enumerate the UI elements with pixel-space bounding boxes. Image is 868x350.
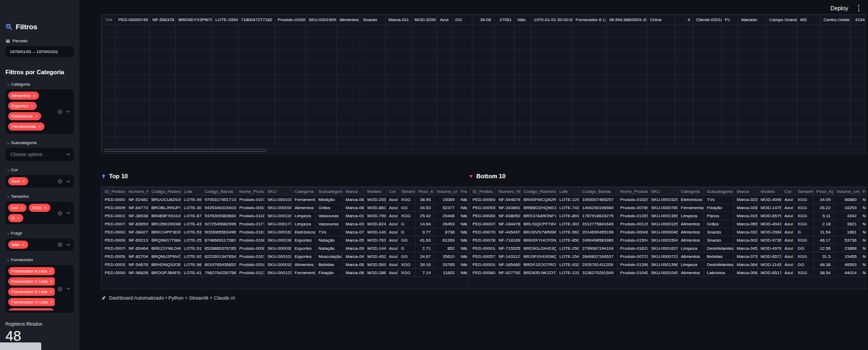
filters-container: → CategoriaAlimentos✕Esportes✕Eletrônico… xyxy=(5,82,74,313)
tag-fornecedor-i-ltda[interactable]: Fornecedor I Ltda✕ xyxy=(8,308,54,310)
tag-fornecedor-a-ltda[interactable]: Fornecedor A Ltda✕ xyxy=(8,267,55,275)
chevron-down-icon[interactable] xyxy=(66,286,71,291)
cell: 24.67 xyxy=(416,252,434,261)
tag-remove-icon[interactable]: ✕ xyxy=(20,205,23,210)
multiselect-fragil[interactable]: Não✕ xyxy=(5,238,74,251)
empty-cell xyxy=(238,62,275,75)
empty-cell xyxy=(473,125,494,137)
empty-cell xyxy=(767,125,797,137)
empty-cell xyxy=(150,37,176,50)
clear-all-icon[interactable] xyxy=(57,286,63,292)
tag-azul[interactable]: Azul✕ xyxy=(8,177,28,185)
tag-remove-icon[interactable]: ✕ xyxy=(49,269,52,274)
clear-all-icon[interactable] xyxy=(57,242,63,248)
tag-fornecedor-e-ltda[interactable]: Fornecedor E Ltda✕ xyxy=(8,288,55,296)
cell: PED-00070075 xyxy=(470,228,496,236)
column-header: Fragil xyxy=(860,187,867,196)
column-header: Peso_Kg xyxy=(814,187,834,196)
cell: Azul xyxy=(386,244,398,252)
tag-remove-icon[interactable]: ✕ xyxy=(38,124,41,129)
cell: Alimentos xyxy=(678,228,704,236)
rocket-icon xyxy=(101,295,106,301)
clear-all-icon[interactable] xyxy=(57,109,63,115)
tag-fornecedor-g-ltda[interactable]: Fornecedor G Ltda✕ xyxy=(8,298,55,306)
empty-cell xyxy=(176,62,213,75)
tag-remove-icon[interactable]: ✕ xyxy=(17,216,20,221)
tag-ferramentas[interactable]: Ferramentas✕ xyxy=(8,122,44,131)
tag-remove-icon[interactable]: ✕ xyxy=(22,242,25,247)
cell: Eletrônicos xyxy=(678,196,704,204)
chevron-down-icon[interactable] xyxy=(66,179,71,184)
top10-row: PED-00054615NF-827045BRQNU2PNVCKFLOTE-92… xyxy=(102,252,468,261)
empty-cell xyxy=(851,125,866,137)
tag-remove-icon[interactable]: ✕ xyxy=(48,310,51,310)
tag-xgg[interactable]: XGG✕ xyxy=(29,204,50,212)
bottom10-table[interactable]: ID_PedidoNumero_NFCodigo_RastreioLoteCod… xyxy=(469,186,866,289)
cell: 8019765435852 xyxy=(202,261,237,269)
cell: BRKEKYHCFDNP xyxy=(521,236,557,244)
cell: Azul xyxy=(782,212,795,220)
tag-remove-icon[interactable]: ✕ xyxy=(44,205,47,210)
tag-eletrônicos[interactable]: Eletrônicos✕ xyxy=(8,112,41,120)
cell: 23868 xyxy=(834,244,860,252)
cell: Musculação xyxy=(316,252,343,261)
filtered-dataframe[interactable]: 744PED-00000745NF-556378BRENDYV3PM7XLOTE… xyxy=(101,14,866,154)
cell: MOD-5697 xyxy=(365,261,386,269)
tag-remove-icon[interactable]: ✕ xyxy=(50,279,53,284)
empty-cell xyxy=(675,50,693,62)
empty-cell xyxy=(275,50,306,62)
tag-fornecedor-c-ltda[interactable]: Fornecedor C Ltda✕ xyxy=(8,277,55,286)
cell: Produto-01218 xyxy=(237,269,265,277)
empty-cell xyxy=(473,50,494,62)
cell: Azul xyxy=(386,220,398,228)
cell: PED-00060426 xyxy=(470,269,496,277)
clear-all-icon[interactable] xyxy=(57,210,63,216)
tag-remove-icon[interactable]: ✕ xyxy=(49,289,53,294)
clear-all-icon[interactable] xyxy=(57,178,63,184)
cell: NF-546761 xyxy=(126,261,149,269)
top10-table[interactable]: ID_PedidoNumero_NFCodigo_RastreioLoteCod… xyxy=(101,186,468,289)
dataframe-cell: Snacks xyxy=(360,15,386,25)
empty-cell xyxy=(412,62,437,75)
tag-label: Fornecedor C Ltda xyxy=(11,279,48,284)
tag-não[interactable]: Não✕ xyxy=(8,241,28,249)
cell: SKU-0001776 xyxy=(265,220,292,228)
multiselect-subcategoria[interactable]: Choose options xyxy=(5,148,74,161)
tag-remove-icon[interactable]: ✕ xyxy=(35,114,39,119)
column-header: SKU xyxy=(648,187,678,196)
tag-remove-icon[interactable]: ✕ xyxy=(50,300,53,304)
multiselect-fornecedor[interactable]: Fornecedor A Ltda✕Fornecedor C Ltda✕Forn… xyxy=(5,265,74,313)
empty-cell xyxy=(116,100,150,112)
cell: SKU-0000721 xyxy=(648,252,678,261)
cell: SKU-0001218 xyxy=(265,269,292,277)
dataframe-horizontal-scrollbar[interactable] xyxy=(104,149,267,152)
tag-label: Fornecedor E Ltda xyxy=(11,289,47,294)
multiselect-tamanho[interactable]: GG✕XGG✕G✕ xyxy=(5,202,74,224)
period-date-input[interactable]: 1970/01/01 – 1970/01/01 xyxy=(5,46,74,57)
dataframe-cell: Fornecedor E Ltda xyxy=(573,15,607,25)
empty-cell xyxy=(412,112,437,125)
tag-remove-icon[interactable]: ✕ xyxy=(31,103,34,108)
empty-cell xyxy=(150,125,176,137)
cell: BROBLJRNJFVU xyxy=(149,204,181,212)
tag-alimentos[interactable]: Alimentos✕ xyxy=(8,92,39,100)
bottom10-row: PED-00001020NF-185460BRDFJZOO7RONLOTE-93… xyxy=(470,261,867,269)
multiselect-cor[interactable]: Azul✕ xyxy=(5,175,74,187)
empty-cell xyxy=(176,137,213,150)
multiselect-categoria[interactable]: Alimentos✕Esportes✕Eletrônicos✕Ferrament… xyxy=(5,89,74,134)
tag-gg[interactable]: GG✕ xyxy=(8,204,27,212)
cell: Marca-061 xyxy=(343,261,365,269)
cell: PED-00078668 xyxy=(470,236,496,244)
chevron-down-icon[interactable] xyxy=(66,152,71,157)
chevron-down-icon[interactable] xyxy=(66,242,71,248)
cell: Não xyxy=(860,228,867,236)
deploy-button[interactable]: Deploy xyxy=(831,5,848,11)
cell: Marca-065 xyxy=(734,220,758,228)
tag-remove-icon[interactable]: ✕ xyxy=(22,179,25,184)
tag-esportes[interactable]: Esportes✕ xyxy=(8,102,37,110)
overflow-menu-icon[interactable] xyxy=(856,4,862,12)
tag-g[interactable]: G✕ xyxy=(8,214,23,222)
chevron-down-icon[interactable] xyxy=(66,109,71,114)
chevron-down-icon[interactable] xyxy=(66,210,71,216)
tag-remove-icon[interactable]: ✕ xyxy=(33,93,36,98)
